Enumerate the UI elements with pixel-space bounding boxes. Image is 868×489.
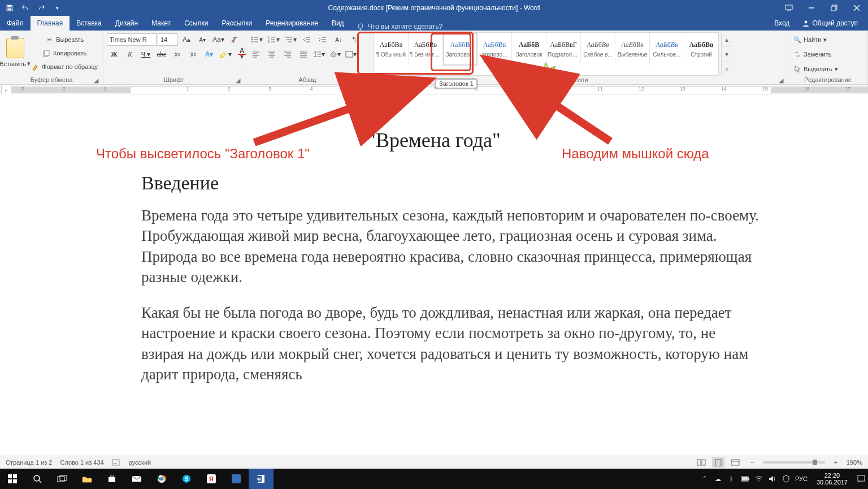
minimize-icon[interactable] [800, 0, 823, 16]
mail-icon[interactable] [124, 469, 149, 489]
text-effects-icon[interactable]: A▾ [202, 48, 216, 60]
start-button[interactable] [0, 469, 25, 489]
signin-link[interactable]: Вход [771, 16, 793, 31]
store-icon[interactable] [99, 469, 124, 489]
dec-indent-icon[interactable] [300, 33, 314, 46]
undo-icon[interactable] [19, 2, 32, 14]
tab-insert[interactable]: Вставка [70, 16, 108, 31]
bold-button[interactable]: Ж [107, 48, 121, 60]
style-chip-3[interactable]: АаБбВваголово... [478, 33, 512, 66]
align-left-icon[interactable] [249, 48, 263, 60]
tab-home[interactable]: Главная [31, 16, 70, 31]
zoom-slider[interactable] [763, 461, 825, 464]
cut-button[interactable]: ✂ Вырезать [29, 33, 99, 46]
document-area[interactable]: "Времена года" Введение Времена года это… [0, 94, 868, 477]
style-chip-2[interactable]: АаБбВЗаголово... [443, 33, 478, 66]
find-button[interactable]: 🔍Найти ▾ [792, 33, 828, 46]
ribbon-opts-icon[interactable] [778, 0, 800, 16]
style-chip-4[interactable]: АаБбВЗаголовок [512, 33, 546, 66]
styles-row-down-icon[interactable]: ▾ [722, 47, 732, 62]
view-print-icon[interactable] [712, 457, 724, 468]
style-chip-0[interactable]: АаБбВв¶ Обычный [374, 33, 409, 66]
styles-launcher-icon[interactable]: ◢ [778, 77, 784, 84]
tab-view[interactable]: Вид [325, 16, 351, 31]
style-chip-5[interactable]: АаБбВвГПодзаголо... [546, 33, 581, 66]
redo-icon[interactable] [35, 2, 47, 14]
sort-icon[interactable]: A↓ [331, 33, 346, 46]
task-view-icon[interactable] [50, 469, 75, 489]
tab-layout[interactable]: Макет [145, 16, 177, 31]
style-chip-6[interactable]: АаБбВвСлабое в... [581, 33, 615, 66]
skype-icon[interactable]: S [174, 469, 199, 489]
app-icon[interactable] [224, 469, 249, 489]
styles-expand-icon[interactable]: ▿ [722, 62, 732, 76]
align-right-icon[interactable] [280, 48, 295, 60]
tray-lang[interactable]: РУС [795, 475, 808, 482]
change-case-icon[interactable]: Aa▾ [211, 33, 226, 46]
bullets-icon[interactable]: ▾ [249, 33, 264, 46]
share-button[interactable]: Общий доступ [798, 16, 861, 31]
tray-notifications-icon[interactable] [857, 474, 866, 483]
style-chip-9[interactable]: АаБбВвСтрогий [684, 33, 718, 66]
shrink-font-icon[interactable]: A▾ [195, 33, 210, 46]
tray-wifi-icon[interactable] [754, 474, 763, 483]
restore-icon[interactable] [823, 0, 845, 16]
align-justify-icon[interactable] [296, 48, 311, 60]
tray-volume-icon[interactable] [768, 474, 777, 483]
view-web-icon[interactable] [729, 457, 741, 468]
copy-button[interactable]: Копировать [29, 47, 99, 59]
font-name-input[interactable] [107, 33, 157, 46]
zoom-value[interactable]: 190% [847, 459, 862, 466]
superscript-button[interactable]: x2 [186, 48, 201, 60]
tray-defender-icon[interactable] [782, 474, 791, 483]
pilcrow-icon[interactable]: ¶ [347, 33, 362, 46]
status-proof-icon[interactable] [112, 458, 121, 466]
paragraph-launcher-icon[interactable]: ◢ [359, 77, 366, 84]
style-chip-8[interactable]: АаБбВвСильное... [650, 33, 684, 66]
align-center-icon[interactable] [264, 48, 279, 60]
explorer-icon[interactable] [75, 469, 99, 489]
status-words[interactable]: Слово 1 из 434 [60, 459, 103, 466]
zoom-in-icon[interactable]: + [830, 457, 842, 468]
tray-onedrive-icon[interactable]: ☁ [714, 474, 723, 483]
tray-bt-icon[interactable]: ᛒ [727, 474, 736, 483]
chrome-icon[interactable] [149, 469, 174, 489]
view-read-icon[interactable] [695, 457, 708, 468]
select-button[interactable]: Выделить ▾ [792, 63, 840, 75]
highlight-icon[interactable]: ▾ [218, 48, 233, 60]
style-chip-1[interactable]: АаБбВв¶ Без инте... [409, 33, 443, 66]
format-painter-button[interactable]: Формат по образцу [29, 60, 99, 73]
search-icon[interactable] [25, 469, 50, 489]
zoom-out-icon[interactable]: − [746, 457, 758, 468]
tray-chevron-icon[interactable]: ˄ [700, 474, 709, 483]
paragraph-2[interactable]: Какая бы не была погода во дворе, будь т… [141, 302, 761, 385]
save-icon[interactable] [3, 2, 16, 14]
yandex-icon[interactable]: Я [199, 469, 224, 489]
grow-font-icon[interactable]: A▴ [179, 33, 194, 46]
borders-icon[interactable]: ▾ [344, 48, 358, 60]
subscript-button[interactable]: x2 [170, 48, 185, 60]
multilevel-icon[interactable]: ▾ [283, 33, 298, 46]
tab-mailings[interactable]: Рассылки [215, 16, 259, 31]
replace-button[interactable]: Заменить [792, 48, 833, 60]
underline-button[interactable]: Ч ▾ [138, 48, 153, 60]
status-language[interactable]: русский [129, 459, 151, 466]
clipboard-launcher-icon[interactable]: ◢ [93, 77, 99, 84]
tab-review[interactable]: Рецензирование [259, 16, 325, 31]
qat-more-icon[interactable]: ▾ [51, 2, 63, 14]
shading-icon[interactable]: ▾ [328, 48, 342, 60]
styles-row-up-icon[interactable]: ▴ [722, 32, 732, 47]
tab-file[interactable]: Файл [0, 16, 31, 31]
style-chip-7[interactable]: АаБбВвВыделение [615, 33, 650, 66]
document-title[interactable]: "Времена года" [17, 128, 851, 152]
heading-1[interactable]: Введение [141, 172, 851, 194]
inc-indent-icon[interactable] [315, 33, 330, 46]
tab-design[interactable]: Дизайн [108, 16, 145, 31]
close-icon[interactable] [845, 0, 868, 16]
paragraph-1[interactable]: Времена года это четыре удивительных сез… [141, 205, 761, 288]
clear-format-icon[interactable] [227, 33, 242, 46]
tab-references[interactable]: Ссылки [177, 16, 215, 31]
tell-me[interactable]: Что вы хотите сделать? [357, 23, 443, 31]
font-size-input[interactable] [158, 33, 178, 46]
font-launcher-icon[interactable]: ◢ [235, 77, 241, 84]
